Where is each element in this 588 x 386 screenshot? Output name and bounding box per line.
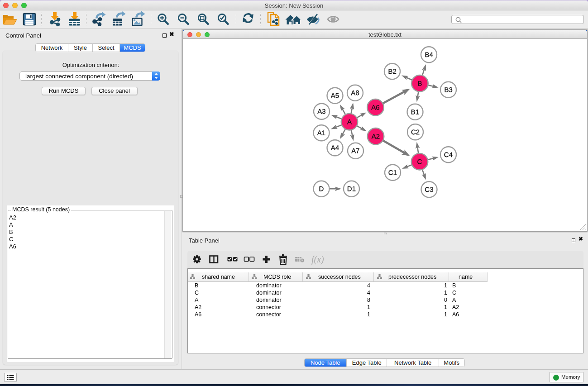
svg-text:B1: B1 (411, 108, 419, 115)
svg-text:A1: A1 (317, 129, 325, 137)
svg-text:B3: B3 (444, 86, 452, 93)
svg-text:B4: B4 (425, 51, 433, 58)
svg-text:A2: A2 (371, 132, 379, 140)
svg-text:A8: A8 (351, 89, 359, 96)
svg-text:f(x): f(x) (311, 254, 324, 265)
svg-text:B2: B2 (388, 67, 396, 75)
svg-text:D: D (319, 185, 324, 192)
svg-text:C3: C3 (425, 186, 433, 193)
svg-text:A5: A5 (330, 91, 339, 99)
svg-text:A3: A3 (317, 107, 325, 115)
svg-text:A7: A7 (351, 147, 359, 154)
svg-text:B: B (417, 79, 422, 87)
svg-text:C2: C2 (411, 128, 419, 136)
svg-text:C1: C1 (388, 168, 397, 176)
svg-text:D1: D1 (347, 185, 355, 192)
svg-text:C4: C4 (444, 151, 452, 158)
svg-text:C: C (417, 157, 422, 165)
svg-text:A6: A6 (371, 103, 379, 111)
svg-text:A4: A4 (330, 144, 339, 152)
svg-text:A: A (347, 118, 352, 125)
